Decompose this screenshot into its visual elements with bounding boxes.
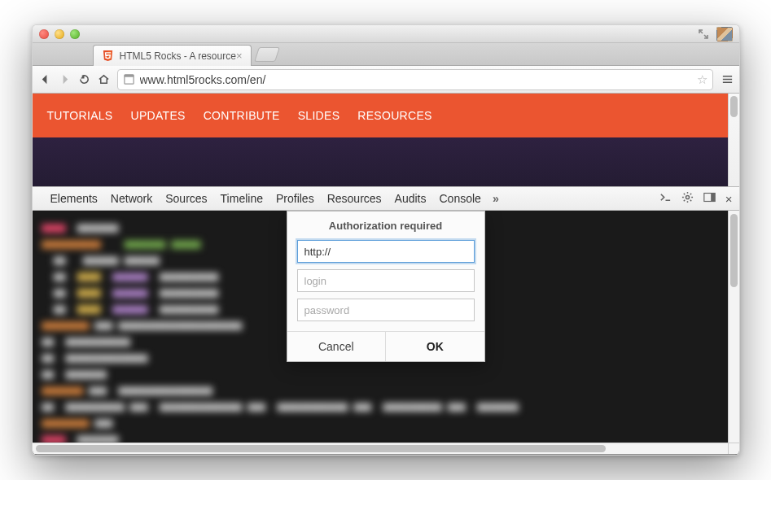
devtools-panel: ▆▆▆▆ ▆▆▆▆▆▆▆ ▆▆▆▆▆▆▆▆▆▆ ▆▆▆▆▆▆▆ ▆▆▆▆▆ ▆▆… bbox=[33, 211, 739, 455]
browser-toolbar: ☆ bbox=[33, 66, 739, 94]
scrollbar-corner bbox=[728, 443, 739, 454]
tab-close-icon[interactable]: × bbox=[236, 50, 243, 61]
hero-section bbox=[33, 137, 728, 186]
dock-side-icon[interactable] bbox=[703, 191, 716, 206]
browser-window: HTML5 Rocks - A resource × ☆ bbox=[32, 24, 740, 456]
auth-login-input[interactable] bbox=[297, 269, 475, 292]
home-button[interactable] bbox=[98, 73, 112, 85]
devtools-tab[interactable]: Console bbox=[440, 192, 481, 205]
window-zoom-button[interactable] bbox=[70, 29, 80, 39]
window-close-button[interactable] bbox=[39, 29, 49, 39]
browser-tab[interactable]: HTML5 Rocks - A resource × bbox=[93, 45, 252, 66]
devtools-tab[interactable]: Audits bbox=[395, 192, 427, 205]
nav-item[interactable]: TUTORIALS bbox=[47, 109, 113, 122]
window-controls bbox=[39, 29, 80, 39]
profile-avatar[interactable] bbox=[716, 27, 733, 41]
new-tab-button[interactable] bbox=[254, 47, 280, 62]
overflow-tabs-icon[interactable]: » bbox=[493, 192, 499, 205]
nav-item[interactable]: SLIDES bbox=[298, 109, 340, 122]
chrome-menu-button[interactable] bbox=[718, 73, 733, 85]
page-viewport: TUTORIALS UPDATES CONTRIBUTE SLIDES RESO… bbox=[33, 94, 739, 186]
devtools-tab[interactable]: Network bbox=[111, 192, 152, 205]
forward-button[interactable] bbox=[59, 73, 73, 85]
devtools-tab[interactable]: Elements bbox=[50, 192, 98, 205]
address-bar[interactable]: ☆ bbox=[117, 69, 713, 90]
devtools-horizontal-scrollbar[interactable] bbox=[33, 443, 728, 454]
svg-rect-1 bbox=[124, 75, 133, 77]
devtools-tab[interactable]: Profiles bbox=[276, 192, 314, 205]
page-icon bbox=[123, 73, 135, 85]
devtools-toolbar: Elements Network Sources Timeline Profil… bbox=[33, 186, 739, 211]
devtools-vertical-scrollbar[interactable] bbox=[728, 211, 739, 443]
devtools-close-icon[interactable]: × bbox=[725, 192, 733, 206]
nav-item[interactable]: RESOURCES bbox=[357, 109, 431, 122]
nav-item[interactable]: UPDATES bbox=[131, 109, 186, 122]
html5-shield-icon bbox=[102, 50, 115, 63]
svg-point-3 bbox=[686, 195, 689, 198]
reload-button[interactable] bbox=[78, 73, 93, 85]
devtools-tab[interactable]: Resources bbox=[327, 192, 382, 205]
devtools-tab[interactable]: Timeline bbox=[221, 192, 263, 205]
cancel-button[interactable]: Cancel bbox=[287, 332, 386, 361]
tab-title: HTML5 Rocks - A resource bbox=[120, 50, 236, 62]
auth-password-input[interactable] bbox=[297, 299, 475, 321]
settings-gear-icon[interactable] bbox=[681, 191, 694, 206]
auth-url-input[interactable] bbox=[297, 240, 475, 263]
auth-dialog: Authorization required Cancel OK bbox=[287, 211, 485, 362]
tab-strip: HTML5 Rocks - A resource × bbox=[33, 43, 739, 66]
back-button[interactable] bbox=[39, 73, 54, 85]
bookmark-star-icon[interactable]: ☆ bbox=[697, 72, 707, 87]
url-input[interactable] bbox=[140, 73, 692, 86]
svg-rect-5 bbox=[711, 194, 715, 202]
devtools-tabs: Elements Network Sources Timeline Profil… bbox=[50, 192, 481, 205]
window-titlebar bbox=[33, 25, 739, 43]
dialog-title: Authorization required bbox=[287, 211, 484, 240]
window-minimize-button[interactable] bbox=[55, 29, 64, 39]
show-console-icon[interactable] bbox=[659, 191, 672, 206]
devtools-tab[interactable]: Sources bbox=[165, 192, 207, 205]
site-nav: TUTORIALS UPDATES CONTRIBUTE SLIDES RESO… bbox=[33, 94, 728, 137]
page-scrollbar[interactable] bbox=[728, 94, 739, 186]
fullscreen-icon[interactable] bbox=[699, 29, 708, 39]
nav-item[interactable]: CONTRIBUTE bbox=[204, 109, 280, 122]
ok-button[interactable]: OK bbox=[385, 332, 484, 361]
